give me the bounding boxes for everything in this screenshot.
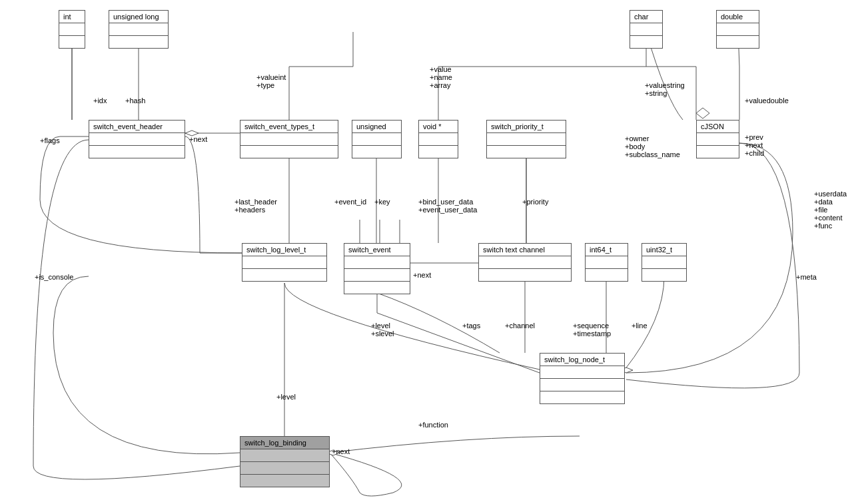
label-valuedouble: +valuedouble xyxy=(745,97,789,105)
box-uint32-t: uint32_t xyxy=(642,243,687,282)
box-switch-text-channel-t: switch text channel xyxy=(478,243,572,282)
label-channel: +channel xyxy=(505,322,535,330)
label-prev: +prev+next+child xyxy=(745,133,764,157)
label-tags: +tags xyxy=(462,322,480,330)
box-double-title: double xyxy=(717,11,759,23)
label-next-binding: +next xyxy=(332,447,350,455)
box-switch-event-s2 xyxy=(344,269,410,282)
label-valuestring: +valuestring+string xyxy=(645,81,685,97)
box-switch-log-level-t-title: switch_log_level_t xyxy=(242,244,326,256)
box-void-ptr: void * xyxy=(418,120,458,158)
box-unsigned-s2 xyxy=(352,146,401,158)
label-next-header: +next xyxy=(189,135,207,143)
box-switch-log-node-t: switch_log_node_t xyxy=(540,353,625,404)
box-uint32-t-s1 xyxy=(642,256,686,269)
box-void-ptr-title: void * xyxy=(419,121,458,133)
box-cjson: cJSON xyxy=(696,120,739,158)
box-double: double xyxy=(716,10,759,49)
box-switch-log-node-t-s2 xyxy=(540,379,624,391)
box-switch-log-node-t-s1 xyxy=(540,366,624,379)
label-hash: +hash xyxy=(125,97,145,105)
label-userdata: +userdata+data+file+content+func xyxy=(814,190,847,230)
box-switch-event: switch_event xyxy=(344,243,410,294)
label-flags: +flags xyxy=(40,136,60,144)
svg-marker-19 xyxy=(696,108,709,119)
box-switch-event-s3 xyxy=(344,282,410,294)
box-uint32-t-s2 xyxy=(642,269,686,281)
label-sequence: +sequence+timestamp xyxy=(573,322,611,338)
box-double-s1 xyxy=(717,23,759,36)
box-switch-log-binding-s1 xyxy=(240,449,329,462)
label-event-id: +event_id xyxy=(334,198,366,206)
box-switch-event-header: switch_event_header xyxy=(89,120,185,158)
box-int64-t-s2 xyxy=(586,269,628,281)
label-valueint: +valueint+type xyxy=(256,73,286,89)
box-switch-event-types-t: switch_event_types_t xyxy=(240,120,338,158)
box-char-title: char xyxy=(630,11,662,23)
box-cjson-s1 xyxy=(697,133,739,146)
box-switch-event-header-s2 xyxy=(89,146,185,158)
box-char-s2 xyxy=(630,36,662,48)
box-switch-event-title: switch_event xyxy=(344,244,410,256)
label-is-console: +is_console xyxy=(35,273,73,281)
box-void-ptr-s1 xyxy=(419,133,458,146)
label-level-slevel: +level+slevel xyxy=(371,322,394,338)
box-switch-log-binding: switch_log_binding xyxy=(240,436,330,487)
box-switch-event-s1 xyxy=(344,256,410,269)
box-switch-log-binding-s3 xyxy=(240,475,329,487)
box-switch-log-binding-s2 xyxy=(240,462,329,475)
box-int-title: int xyxy=(59,11,85,23)
box-int64-t-s1 xyxy=(586,256,628,269)
box-unsigned-title: unsigned xyxy=(352,121,401,133)
box-switch-log-node-t-s3 xyxy=(540,391,624,403)
box-char-s1 xyxy=(630,23,662,36)
box-switch-text-channel-t-s1 xyxy=(479,256,571,269)
box-switch-log-binding-title: switch_log_binding xyxy=(240,437,329,449)
box-switch-event-header-title: switch_event_header xyxy=(89,121,185,133)
label-owner: +owner+body+subclass_name xyxy=(625,134,680,158)
label-meta: +meta xyxy=(796,273,817,281)
box-switch-text-channel-t-title: switch text channel xyxy=(479,244,571,256)
box-switch-event-types-t-s1 xyxy=(240,133,338,146)
box-switch-priority-t-s1 xyxy=(487,133,566,146)
label-priority: +priority xyxy=(522,198,548,206)
box-int: int xyxy=(59,10,85,49)
box-unsigned-long-s1 xyxy=(109,23,168,36)
box-int64-t-title: int64_t xyxy=(586,244,628,256)
box-void-ptr-s2 xyxy=(419,146,458,158)
box-unsigned-long-s2 xyxy=(109,36,168,48)
box-switch-priority-t: switch_priority_t xyxy=(486,120,566,158)
box-switch-event-types-t-title: switch_event_types_t xyxy=(240,121,338,133)
box-switch-event-types-t-s2 xyxy=(240,146,338,158)
box-uint32-t-title: uint32_t xyxy=(642,244,686,256)
box-cjson-s2 xyxy=(697,146,739,158)
box-switch-log-level-t-s2 xyxy=(242,269,326,281)
label-idx: +idx xyxy=(93,97,107,105)
box-switch-log-level-t: switch_log_level_t xyxy=(242,243,327,282)
box-switch-priority-t-s2 xyxy=(487,146,566,158)
box-switch-log-level-t-s1 xyxy=(242,256,326,269)
box-unsigned-long-title: unsigned long xyxy=(109,11,168,23)
label-next-event: +next xyxy=(413,271,431,279)
box-switch-text-channel-t-s2 xyxy=(479,269,571,281)
label-function: +function xyxy=(418,421,448,429)
box-int64-t: int64_t xyxy=(585,243,628,282)
box-unsigned-long: unsigned long xyxy=(109,10,169,49)
box-unsigned: unsigned xyxy=(352,120,402,158)
box-int-s1 xyxy=(59,23,85,36)
box-double-s2 xyxy=(717,36,759,48)
box-char: char xyxy=(630,10,663,49)
label-value: +value+name+array xyxy=(430,65,452,89)
label-last-header: +last_header+headers xyxy=(234,198,277,214)
box-switch-priority-t-title: switch_priority_t xyxy=(487,121,566,133)
label-level-binding: +level xyxy=(276,393,296,401)
label-bind-user-data: +bind_user_data+event_user_data xyxy=(418,198,477,214)
label-line: +line xyxy=(632,322,648,330)
box-cjson-title: cJSON xyxy=(697,121,739,133)
box-switch-event-header-s1 xyxy=(89,133,185,146)
box-int-s2 xyxy=(59,36,85,48)
box-switch-log-node-t-title: switch_log_node_t xyxy=(540,354,624,366)
label-key: +key xyxy=(374,198,390,206)
box-unsigned-s1 xyxy=(352,133,401,146)
